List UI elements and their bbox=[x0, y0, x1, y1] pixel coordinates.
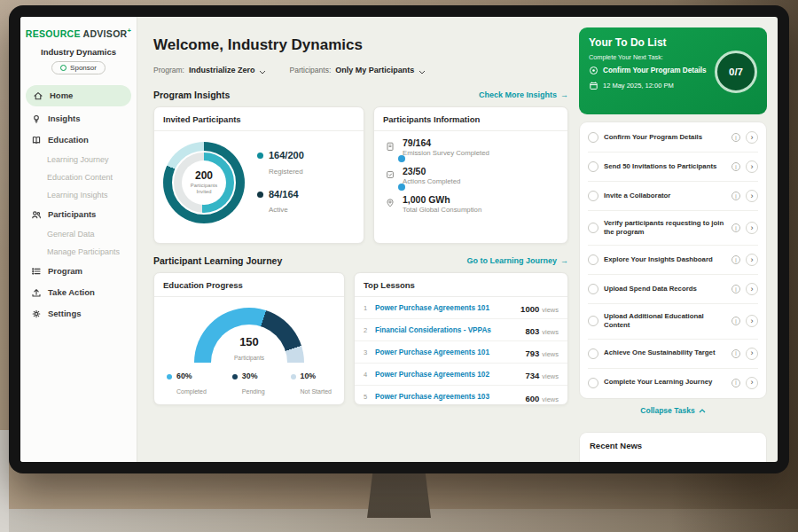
lesson-row: 4 Power Purchase Agreements 102 734views bbox=[355, 364, 567, 386]
chevron-right-icon[interactable] bbox=[746, 190, 758, 202]
chevron-right-icon[interactable] bbox=[746, 315, 758, 327]
info-icon[interactable] bbox=[732, 192, 740, 200]
sidebar-item-program[interactable]: Program bbox=[20, 261, 137, 282]
todo-item[interactable]: Verify participants requesting to join t… bbox=[588, 211, 758, 246]
info-icon[interactable] bbox=[732, 285, 740, 293]
checkbox-icon[interactable] bbox=[588, 316, 598, 326]
checkbox-icon[interactable] bbox=[588, 254, 598, 265]
donut-center-label: 200 Participants Invited bbox=[182, 160, 226, 205]
checkbox-icon[interactable] bbox=[588, 284, 598, 294]
org-name: Industry Dynamics bbox=[20, 47, 137, 57]
recent-news-card: Recent News bbox=[579, 432, 767, 462]
sidebar-item-participants[interactable]: Participants bbox=[20, 204, 137, 225]
sponsor-label: Sponsor bbox=[70, 64, 97, 72]
participants-filter-label: Participants: bbox=[289, 66, 331, 74]
chevron-up-icon bbox=[699, 406, 706, 415]
card-title: Invited Participants bbox=[154, 107, 364, 131]
monitor-stand bbox=[367, 466, 431, 518]
check-more-insights-link[interactable]: Check More Insights bbox=[479, 90, 568, 99]
education-legend: 60%Completed 30%Pending 10%Not Started bbox=[154, 364, 344, 397]
chevron-right-icon[interactable] bbox=[746, 222, 758, 234]
recent-news-title: Recent News bbox=[590, 441, 642, 450]
lesson-rank: 5 bbox=[364, 393, 369, 401]
info-icon[interactable] bbox=[732, 255, 740, 264]
program-filter-dropdown[interactable]: Program: Industrialize Zero bbox=[153, 62, 266, 78]
chevron-right-icon[interactable] bbox=[746, 348, 758, 360]
chevron-right-icon[interactable] bbox=[746, 254, 758, 266]
sidebar-item-manage-participants[interactable]: Manage Participants bbox=[20, 243, 137, 261]
info-icon[interactable] bbox=[732, 162, 740, 171]
background-object bbox=[0, 430, 9, 532]
actions-completed-row: 23/50 Actions Completed bbox=[374, 160, 567, 188]
lesson-link[interactable]: Power Purchase Agreements 101 bbox=[375, 304, 514, 312]
todo-item[interactable]: Confirm Your Program Details bbox=[588, 123, 758, 153]
checkbox-icon[interactable] bbox=[588, 161, 598, 172]
participants-icon bbox=[31, 209, 42, 220]
todo-title: Your To Do List bbox=[589, 36, 757, 49]
chevron-right-icon[interactable] bbox=[746, 283, 758, 295]
chevron-down-icon bbox=[259, 62, 266, 78]
lesson-link[interactable]: Power Purchase Agreements 103 bbox=[375, 393, 519, 401]
sidebar-item-learning-journey[interactable]: Learning Journey bbox=[20, 151, 137, 168]
sidebar-item-learning-insights[interactable]: Learning Insights bbox=[20, 186, 137, 204]
section-title-learning-journey: Participant Learning Journey bbox=[153, 255, 282, 266]
info-icon[interactable] bbox=[732, 223, 740, 232]
todo-item[interactable]: Achieve One Sustainability Target bbox=[588, 340, 758, 369]
participants-filter-dropdown[interactable]: Participants: Only My Participants bbox=[289, 62, 426, 78]
todo-item[interactable]: Send 50 Invitations to Participants bbox=[588, 153, 758, 182]
sidebar-item-education[interactable]: Education bbox=[20, 129, 137, 151]
info-icon[interactable] bbox=[732, 379, 740, 387]
lesson-link[interactable]: Power Purchase Agreements 102 bbox=[375, 371, 519, 379]
lesson-rank: 1 bbox=[364, 304, 369, 312]
chevron-right-icon[interactable] bbox=[746, 131, 758, 144]
card-title: Top Lessons bbox=[355, 273, 567, 297]
todo-due-date: 12 May 2025, 12:00 PM bbox=[589, 81, 711, 90]
program-filter-value: Industrialize Zero bbox=[189, 66, 255, 74]
lesson-link[interactable]: Financial Considerations - VPPAs bbox=[375, 326, 519, 334]
info-icon[interactable] bbox=[732, 317, 740, 325]
sidebar-item-settings[interactable]: Settings bbox=[20, 303, 137, 325]
chevron-right-icon[interactable] bbox=[746, 160, 758, 173]
lesson-row: 1 Power Purchase Agreements 101 1000view… bbox=[355, 297, 567, 319]
todo-item[interactable]: Upload Spend Data Records bbox=[588, 275, 758, 304]
card-title: Participants Information bbox=[374, 107, 567, 131]
home-icon bbox=[33, 90, 43, 101]
legend-dot bbox=[257, 153, 263, 159]
lesson-views: 803views bbox=[525, 322, 559, 338]
legend-dot bbox=[167, 374, 172, 379]
sidebar-item-home[interactable]: Home bbox=[26, 85, 131, 106]
survey-icon bbox=[385, 139, 395, 150]
education-icon bbox=[31, 135, 42, 145]
checkbox-icon[interactable] bbox=[588, 378, 598, 388]
card-title: Education Progress bbox=[154, 273, 344, 297]
invited-legend: 164/200Registered 84/164Active bbox=[257, 150, 304, 215]
sidebar-item-take-action[interactable]: Take Action bbox=[20, 282, 137, 303]
gauge-center-label: 150 Participants bbox=[194, 336, 304, 364]
brand-primary-text: RESOURCE bbox=[26, 28, 81, 39]
global-consumption-row: 1,000 GWh Total Global Consumption bbox=[374, 188, 567, 216]
checkbox-icon[interactable] bbox=[588, 223, 598, 233]
lesson-views: 600views bbox=[525, 389, 559, 405]
lesson-link[interactable]: Power Purchase Agreements 101 bbox=[375, 348, 519, 356]
checkbox-icon[interactable] bbox=[588, 132, 598, 143]
lesson-rank: 4 bbox=[364, 371, 369, 379]
todo-item[interactable]: Complete Your Learning Journey bbox=[588, 369, 758, 397]
checkbox-icon[interactable] bbox=[588, 191, 598, 201]
sidebar-item-label: Settings bbox=[48, 309, 81, 318]
emission-survey-row: 79/164 Emission Survey Completed bbox=[374, 131, 567, 160]
sidebar-item-insights[interactable]: Insights bbox=[20, 108, 137, 129]
go-to-learning-journey-link[interactable]: Go to Learning Journey bbox=[466, 256, 568, 265]
program-insights-header: Program Insights Check More Insights bbox=[153, 90, 568, 100]
sidebar-item-general-data[interactable]: General Data bbox=[20, 225, 137, 243]
todo-item[interactable]: Upload Additional Educational Content bbox=[588, 304, 758, 339]
info-icon[interactable] bbox=[732, 133, 740, 142]
collapse-tasks-link[interactable]: Collapse Tasks bbox=[579, 399, 767, 417]
sidebar-item-education-content[interactable]: Education Content bbox=[20, 168, 137, 186]
checkbox-icon[interactable] bbox=[588, 348, 598, 359]
info-icon[interactable] bbox=[732, 349, 740, 358]
todo-panel: Your To Do List Complete Your Next Task:… bbox=[579, 17, 778, 462]
todo-item[interactable]: Invite a Collaborator bbox=[588, 182, 758, 211]
chevron-right-icon[interactable] bbox=[746, 377, 758, 389]
todo-item[interactable]: Explore Your Insights Dashboard bbox=[588, 246, 758, 275]
legend-completed: 60%Completed bbox=[167, 372, 207, 397]
